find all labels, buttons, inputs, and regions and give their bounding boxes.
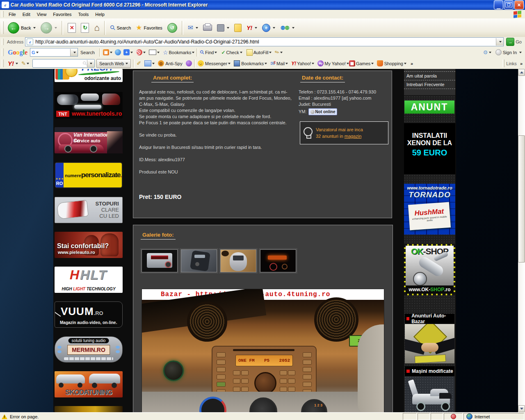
forward-dropdown-icon[interactable] bbox=[55, 27, 57, 29]
forward-button[interactable]: → bbox=[38, 21, 59, 35]
mail-button[interactable]: ✉ bbox=[185, 23, 201, 33]
ad-banner-pieleauto[interactable]: Stai confortabil? www.pieleauto.ro bbox=[55, 232, 123, 258]
yahoo-services-button[interactable]: Y! bbox=[244, 23, 260, 32]
popup-blocked-panel[interactable] bbox=[444, 413, 463, 420]
sharing-button[interactable]: ⚉ ⚉ bbox=[278, 23, 297, 32]
wrench-icon[interactable]: ⚙ bbox=[482, 50, 488, 55]
back-dropdown-icon[interactable] bbox=[33, 27, 36, 29]
scroll-up-button[interactable] bbox=[518, 69, 525, 76]
refresh-button[interactable]: ↻ bbox=[78, 22, 91, 34]
back-button[interactable]: ← Back bbox=[5, 21, 38, 35]
sidebar-section-masini[interactable]: Mașini modificate bbox=[405, 366, 454, 376]
find-button[interactable]: Find bbox=[205, 50, 214, 55]
restore-button[interactable]: ❐ bbox=[504, 0, 514, 9]
games-menu[interactable]: Games bbox=[356, 61, 370, 66]
checkbox-icon[interactable] bbox=[149, 50, 156, 55]
search-button[interactable]: ⚲ Search bbox=[108, 23, 134, 33]
handshake-image[interactable] bbox=[405, 324, 454, 363]
history-button[interactable]: ↺ bbox=[165, 22, 180, 34]
popup-blocker-icon[interactable]: ⃠ bbox=[136, 49, 142, 55]
ym-status-badge[interactable]: Not online bbox=[308, 108, 338, 115]
google-search-input[interactable]: G bbox=[30, 48, 78, 57]
google-toolbar: Google G Search ▣ + ⃠ ☆ Bookmarks ⚲ Find… bbox=[0, 47, 525, 58]
ad-banner-anunt[interactable]: ANUNT bbox=[404, 100, 454, 114]
links-overflow-chevron[interactable]: » bbox=[520, 61, 523, 66]
sidebar-link-parola[interactable]: Am uitat parola bbox=[404, 71, 455, 80]
window-icon[interactable] bbox=[144, 60, 151, 66]
ad-banner-okshop[interactable]: OK-SHOP www.OK-SHOP.ro bbox=[404, 244, 455, 295]
search-web-button[interactable]: Search Web bbox=[96, 59, 131, 68]
ad-banner-stopuri-led[interactable]: STOPURI CLARE CU LED bbox=[55, 197, 123, 223]
autofill-button[interactable]: AutoFill bbox=[253, 50, 269, 55]
yahoo-menu[interactable]: Yahoo! bbox=[297, 61, 311, 66]
modified-car-image[interactable] bbox=[405, 377, 454, 412]
scroll-down-button[interactable] bbox=[518, 405, 525, 412]
ad-banner-xenon[interactable]: INSTALATII XENON DE LA 59 EURO bbox=[404, 123, 455, 174]
ad-banner-hlt[interactable]: HHLT HIGH LIGHT TECHNOLOGY bbox=[55, 267, 123, 293]
ad-banner-skodatuning[interactable]: SKODATUNING bbox=[55, 371, 123, 397]
magazin-link[interactable]: magazin bbox=[345, 134, 362, 139]
address-input[interactable] bbox=[34, 38, 496, 46]
gallery-thumbnail-4[interactable] bbox=[260, 249, 296, 272]
yahoo-overflow-chevron[interactable]: » bbox=[411, 61, 413, 66]
menu-view[interactable]: View bbox=[34, 11, 50, 18]
google-search-dropdown[interactable] bbox=[70, 49, 78, 56]
sign-in-button[interactable]: Sign In bbox=[503, 50, 517, 55]
edit-button[interactable] bbox=[215, 23, 232, 33]
warning-icon[interactable] bbox=[2, 414, 7, 419]
yahoo-mail-menu[interactable]: Mail bbox=[276, 61, 285, 66]
ad-banner-vuum[interactable]: VUUM .RO Magazin audio-video, on-line. bbox=[55, 301, 123, 328]
xenon-price: 59 EURO bbox=[404, 148, 455, 158]
menu-favorites[interactable]: Favorites bbox=[50, 11, 75, 18]
google-search-button[interactable]: Search bbox=[80, 50, 95, 55]
sidebar-link-intrebari[interactable]: Intrebari Frecvente bbox=[404, 80, 455, 89]
news-icon[interactable]: ▣ bbox=[103, 49, 109, 55]
launchcast-icon[interactable] bbox=[186, 60, 192, 66]
scrollbar-thumb[interactable] bbox=[518, 135, 525, 262]
highlight-pen-icon[interactable]: ✐ bbox=[137, 60, 141, 66]
go-button[interactable]: → Go bbox=[506, 38, 522, 46]
vertical-scrollbar[interactable] bbox=[518, 69, 525, 412]
main-photo[interactable]: Bazar - http://anunturi-auto.4tuning.ro … bbox=[142, 289, 384, 412]
ad-banner-partial[interactable] bbox=[55, 406, 123, 412]
favorites-button[interactable]: ★ Favorites bbox=[133, 22, 165, 33]
ad-banner-fresh[interactable]: FRESH odorizante auto bbox=[55, 69, 123, 82]
yahoo-search-dropdown[interactable] bbox=[87, 60, 94, 67]
ad-banner-van-international[interactable]: Van International & Co Service auto bbox=[55, 127, 123, 153]
ad-new-line: Produsul este NOU bbox=[139, 169, 292, 175]
notes-button[interactable] bbox=[232, 23, 244, 33]
messenger-menu[interactable]: Messenger bbox=[205, 61, 227, 66]
google-bookmarks-button[interactable]: Bookmarks bbox=[169, 50, 191, 55]
messenger-button[interactable]: e bbox=[260, 23, 278, 33]
shopping-menu[interactable]: Shopping bbox=[384, 61, 403, 66]
pencil-icon[interactable]: ✎ bbox=[21, 60, 26, 66]
ad-banner-tornado[interactable]: www.tornadotrade.ro TORNADO HushMat enha… bbox=[404, 184, 455, 235]
add-icon[interactable]: + bbox=[123, 49, 130, 55]
yahoo-search-input[interactable]: ⚲ bbox=[32, 59, 95, 68]
wand-icon[interactable]: ✎ bbox=[274, 48, 281, 56]
gallery-thumbnail-2[interactable] bbox=[181, 249, 217, 272]
minimize-button[interactable]: ▁ bbox=[494, 0, 503, 9]
print-button[interactable] bbox=[201, 23, 215, 32]
gallery-thumbnail-1[interactable] bbox=[142, 249, 178, 272]
check-button[interactable]: Check bbox=[226, 50, 239, 55]
yahoo-logo[interactable]: Y! bbox=[8, 60, 14, 67]
home-button[interactable]: ⌂ bbox=[91, 21, 102, 34]
menu-tools[interactable]: Tools bbox=[75, 11, 92, 18]
menu-help[interactable]: Help bbox=[92, 11, 108, 18]
yahoo-bookmarks-menu[interactable]: Bookmarks bbox=[241, 61, 264, 66]
menu-edit[interactable]: Edit bbox=[19, 11, 34, 18]
ad-banner-tunertools[interactable]: TNT www.tunertools.ro bbox=[55, 92, 123, 119]
anti-spy-button[interactable]: Anti-Spy bbox=[165, 61, 183, 66]
globe-icon[interactable] bbox=[115, 49, 121, 55]
menu-file[interactable]: File bbox=[5, 11, 19, 18]
ad-banner-numerepersonalizate[interactable]: ✶✶✶ RO numerepersonalizate.ro bbox=[55, 162, 123, 188]
gallery-thumbnail-3[interactable] bbox=[220, 249, 256, 272]
close-button[interactable]: ✕ bbox=[514, 0, 524, 9]
ad-banner-mermin[interactable]: solutii tuning audio MERMIN.RO bbox=[55, 336, 123, 363]
sidebar-section-bazar[interactable]: Anunturi Auto-Bazar bbox=[405, 314, 454, 324]
stop-button[interactable]: ✕ bbox=[65, 22, 78, 34]
my-yahoo-menu[interactable]: My Yahoo! bbox=[324, 61, 346, 66]
address-dropdown[interactable] bbox=[496, 38, 503, 46]
links-label[interactable]: Links bbox=[506, 61, 517, 66]
